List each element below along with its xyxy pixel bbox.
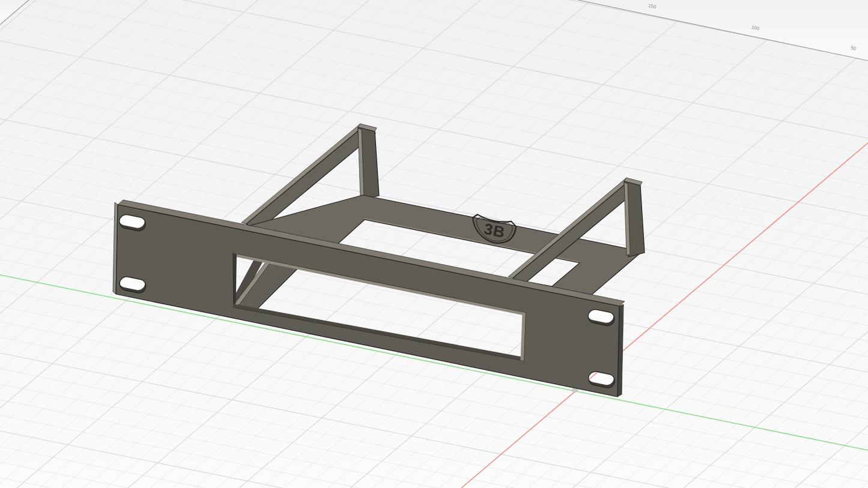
cad-viewport[interactable]: 150 100 50 3B: [0, 0, 868, 488]
scene-canvas[interactable]: 150 100 50 3B: [0, 0, 868, 488]
